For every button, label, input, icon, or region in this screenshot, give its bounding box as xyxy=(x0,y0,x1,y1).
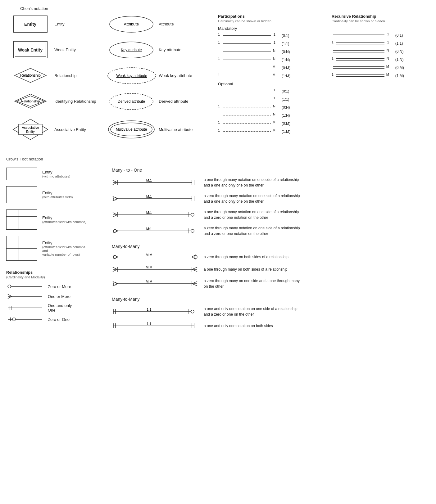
mm-3-symbol: M:M xyxy=(112,280,199,287)
11-row-2: 1:1 a one and only one notation on both … xyxy=(112,322,430,330)
participations-title: Participations xyxy=(218,14,325,19)
one-or-more-symbol xyxy=(6,293,43,299)
key-attribute-label: Key attribute xyxy=(159,47,181,52)
derived-attr-row: Derived attribute Derived attribute xyxy=(104,91,215,111)
relationship-label: Relationship xyxy=(54,73,77,78)
associative-entity-label: Associative Entity xyxy=(54,127,86,132)
cf-entity-attrs-row: Entity (with attributes field) xyxy=(6,186,106,203)
11-2-desc: a one and only one notation on both side… xyxy=(204,323,273,329)
entity-label: Entity xyxy=(54,22,65,26)
multivalue-attribute-label: Multivalue attribute xyxy=(159,127,193,132)
zero-or-more-label: Zero or More xyxy=(48,284,71,289)
many-4-symbol: M:1 xyxy=(112,227,199,235)
attribute-symbol: Attribute xyxy=(109,15,154,34)
participation-row: 1 1 (1:1) xyxy=(218,41,325,47)
cf-entity-rows-symbol xyxy=(6,236,37,261)
svg-text:M:M: M:M xyxy=(146,280,152,283)
recursive-row: 1 1 (1:1) xyxy=(332,40,430,47)
svg-text:Relationship: Relationship xyxy=(21,99,40,103)
cf-entity-rows-label: Entity xyxy=(42,241,89,245)
recursive-row: 1 (0:1) xyxy=(332,32,430,38)
cf-entity-simple-row: Entity (with no attributes) xyxy=(6,168,106,180)
cf-entity-rows-sublabel: (attributes field with columns andvariab… xyxy=(42,245,89,256)
associative-entity-symbol: Associative Entity xyxy=(12,118,49,141)
optional-label: Optional xyxy=(218,82,325,86)
11-2-symbol: 1:1 xyxy=(112,322,199,330)
identifying-relationship-label: Identifying Relationship xyxy=(54,99,96,104)
notation-label: (1:M) xyxy=(282,129,290,134)
cf-entity-rows-row: Entity (attributes field with columns an… xyxy=(6,236,106,261)
cf-entity-cols-row: Entity (attributes field with columns) xyxy=(6,209,106,230)
participation-row: 1 1 (0:1) xyxy=(218,33,325,39)
crows-foot-title: Crow's Foot notation xyxy=(6,157,430,161)
mm-row-2: M:M a one through many on both sides of … xyxy=(112,266,430,273)
svg-line-47 xyxy=(113,213,117,215)
weak-entity-label: Weak Entity xyxy=(54,47,76,52)
many-3-symbol: M:1 xyxy=(112,211,199,218)
svg-line-87 xyxy=(192,284,197,286)
svg-text:M:1: M:1 xyxy=(146,227,152,231)
multivalue-attr-row: Multivalue attribute Multivalue attribut… xyxy=(104,117,215,142)
entity-symbol: Entity xyxy=(13,16,48,33)
svg-point-94 xyxy=(191,310,194,313)
svg-text:Key attribute: Key attribute xyxy=(121,48,142,52)
chen-relationship-row: Relationship Relationship xyxy=(6,65,104,86)
recursive-row: 1 N (1:N) xyxy=(332,56,430,63)
svg-point-69 xyxy=(194,255,197,259)
notation-label: (1:N) xyxy=(282,58,290,62)
notation-label: (0:M) xyxy=(282,66,290,70)
svg-point-54 xyxy=(191,213,194,216)
relationships-section-title: Relationships xyxy=(6,270,106,275)
derived-attribute-label: Derived attribute xyxy=(159,99,188,104)
many-1-desc: a one through many notation on one side … xyxy=(204,177,299,188)
optional-row: 1 N (0:N) xyxy=(218,104,325,110)
participation-row: M (0:M) xyxy=(218,65,325,71)
optional-row: N (1:N) xyxy=(218,112,325,119)
relationships-section-sub: (Cardinality and Modality) xyxy=(6,275,106,279)
chens-notation-title: Chen's notation xyxy=(6,6,62,11)
many-3-desc: a one through many notation on one side … xyxy=(204,209,299,220)
rel-one-only-row: One and onlyOne xyxy=(6,303,106,313)
notation-label: (0:1) xyxy=(282,89,289,93)
chen-weak-entity-row: Weak Entity Weak Entity xyxy=(6,40,104,60)
svg-text:M:M: M:M xyxy=(146,266,152,269)
zero-or-one-label: Zero or One xyxy=(48,317,70,322)
svg-line-33 xyxy=(113,182,117,185)
optional-row: 1 M (1:M) xyxy=(218,128,325,135)
svg-text:M:1: M:1 xyxy=(146,195,152,198)
svg-line-86 xyxy=(192,281,197,284)
many-row-3: M:1 a one through many notation on one s… xyxy=(112,209,430,220)
cf-entity-cols-label: Entity xyxy=(42,215,86,220)
mm-2-symbol: M:M xyxy=(112,266,199,273)
many-to-one-title: Many - to - One xyxy=(112,168,430,173)
rel-one-or-more-row: One or More xyxy=(6,293,106,299)
mm-row-1: M:M a zero through many on both sides of… xyxy=(112,253,430,261)
many-row-2: M:1 a zero through many notation on one … xyxy=(112,193,430,204)
chen-identifying-row: Relationship Identifying Relationship xyxy=(6,91,104,111)
notation-label: (1:1) xyxy=(282,42,289,46)
svg-text:Derived attribute: Derived attribute xyxy=(118,99,145,104)
many-to-many-title1: Many-to-Many xyxy=(112,244,430,249)
notation-label: (1:M) xyxy=(282,74,290,78)
svg-text:Attribute: Attribute xyxy=(124,22,139,26)
mandatory-label: Mandatory xyxy=(218,26,325,31)
participation-row: N (0:N) xyxy=(218,49,325,55)
notation-label: (0:1) xyxy=(282,34,289,38)
cf-entity-attrs-label: Entity xyxy=(42,191,73,195)
svg-point-61 xyxy=(191,229,194,232)
notation-label: (0:M) xyxy=(282,121,290,126)
many-row-4: M:1 a zero through many notation on one … xyxy=(112,225,430,236)
key-attribute-symbol: Key attribute xyxy=(109,41,154,59)
11-1-symbol: 1:1 xyxy=(112,308,199,315)
mm-1-symbol: M:M xyxy=(112,253,199,261)
cf-entity-attrs-symbol xyxy=(6,186,37,203)
weak-key-attribute-label: Weak key attribute xyxy=(159,73,192,78)
svg-point-20 xyxy=(8,285,11,288)
11-1-desc: a one and only one notation on one side … xyxy=(204,306,297,317)
svg-text:Relationship: Relationship xyxy=(20,73,40,78)
notation-label: (1:N) xyxy=(282,113,290,118)
chen-entity-row: Entity Entity xyxy=(6,14,104,34)
participation-row: 1 M (1:M) xyxy=(218,73,325,79)
svg-text:1:1: 1:1 xyxy=(147,322,151,326)
many-1-symbol: M:1 xyxy=(112,179,199,186)
